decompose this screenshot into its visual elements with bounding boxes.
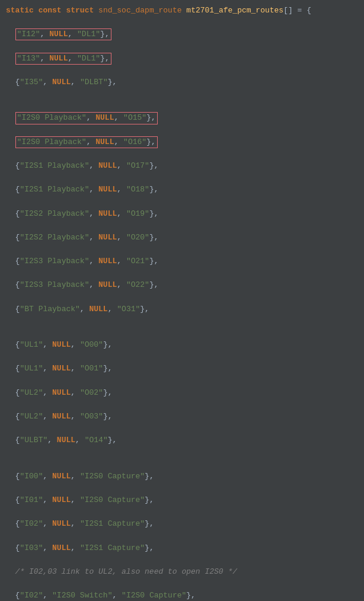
type-name: snd_soc_dapm_route (98, 6, 181, 15)
keyword-static: static (6, 6, 34, 15)
keyword-const: const (39, 6, 62, 15)
source-code: static const struct snd_soc_dapm_route m… (6, 5, 358, 601)
array-name: mt2701_afe_pcm_routes (186, 6, 283, 15)
keyword-struct: struct (66, 6, 94, 15)
code-container: static const struct snd_soc_dapm_route m… (6, 5, 358, 601)
